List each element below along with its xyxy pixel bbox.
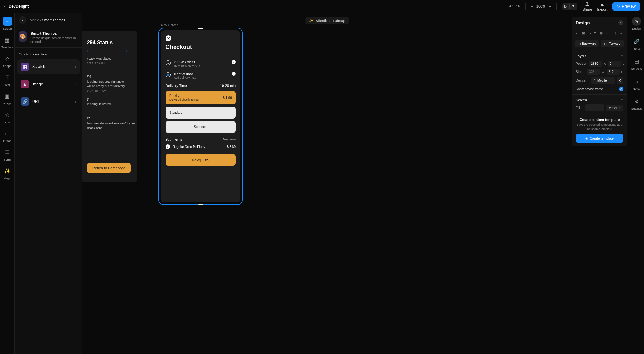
preview-button[interactable]: ▷ Preview [612,2,640,11]
align-center-h-icon[interactable]: ⊟ [581,30,586,36]
tool-form[interactable]: ☰ Form [3,148,12,161]
close-inspector-icon[interactable]: ✕ [618,20,623,25]
undo-icon[interactable]: ↶ [509,4,513,9]
tool-magic[interactable]: ✨ Magic [3,166,12,180]
delivery-option-standard[interactable]: Standard [166,107,236,119]
design-inspector: Design ✕ ⊏ ⊟ ⊐ ⊓ ⊞ ⊔ ⦀ ≡ ▢ B [572,17,627,146]
panel-back-button[interactable]: ‹ [19,16,26,24]
star-icon: ☆ [3,110,12,119]
quantity-badge: 1 [166,144,170,149]
fill-swatch[interactable] [585,104,604,111]
option-subtitle: Delivered directly to you [169,98,199,101]
close-button[interactable]: ✕ [166,35,171,41]
fill-hex-input[interactable]: #212121 [606,105,623,111]
play-toggle[interactable]: ▷ ⟳ [562,3,577,10]
rail-design[interactable]: ✎ Design [632,17,641,30]
section-title-layout: Layout [576,54,586,58]
bring-forward-button[interactable]: ▢ Forward [601,40,624,47]
screen-frame-checkout[interactable]: ✕ Checkout ● 200 W 47th St New York, New… [158,28,243,205]
align-right-icon[interactable]: ⊐ [587,30,592,36]
export-button[interactable]: Export [597,2,608,11]
rail-notes[interactable]: ⌕ Notes [632,77,641,90]
delivery-option-priority[interactable]: Priority Delivered directly to you +$ 1.… [166,91,236,104]
align-left-icon[interactable]: ⊏ [575,30,580,36]
see-menu-link[interactable]: See menu [223,138,236,141]
preview-label: Preview [622,4,636,9]
tool-image[interactable]: ▣ Image [3,92,12,105]
delivery-option-schedule[interactable]: Schedule [166,121,236,133]
topbar: ‹ DevDelight ↶ ↷ − 100% + ▷ ⟳ Share [0,0,644,13]
text-icon: T [3,73,12,82]
show-frame-toggle[interactable]: ✓ [619,87,623,91]
zoom-in-icon[interactable]: + [549,4,551,9]
template-icon: ◈ [585,136,588,140]
share-icon [585,2,590,7]
option-title: Standard [169,111,183,114]
canvas[interactable]: ✨ Attention Heatmap 294 Status #2294 was… [82,13,572,354]
back-chevron-icon[interactable]: ‹ [4,4,5,9]
position-y-input[interactable] [608,61,621,67]
chevron-right-icon: › [75,100,76,103]
device-select[interactable]: ▯ Mobile ⌄ [591,77,615,84]
divider [569,4,570,9]
create-template-button[interactable]: ◈ Create template [576,134,623,143]
next-button[interactable]: Next$ 5.89 [166,154,236,166]
distribute-h-icon[interactable]: ⦀ [613,30,618,36]
collapse-caret-icon[interactable]: ⌃ [621,54,623,58]
location-icon: ● [166,60,171,65]
panel-title: Smart Themes [30,31,78,36]
collapse-caret-icon[interactable]: ⌃ [621,98,623,102]
align-center-v-icon[interactable]: ⊞ [599,30,604,36]
play-icon: ▷ [617,4,620,9]
delivery-time-label: Delivery Time [166,84,187,88]
align-top-icon[interactable]: ⊓ [593,30,598,36]
theme-label: Scratch [32,64,72,69]
share-button[interactable]: Share [582,2,592,11]
mobile-icon: ▯ [594,79,596,82]
size-w-input[interactable] [587,69,600,75]
rotate-device-button[interactable]: ⟲ [617,77,623,84]
tool-text[interactable]: T Text [3,73,12,86]
tool-screen[interactable]: + Screen [3,17,12,30]
rail-settings[interactable]: ⚙ Settings [631,97,642,110]
resize-handle-bottom[interactable] [198,204,203,205]
link-icon: 🔗 [632,37,641,46]
device-value: Mobile [597,79,607,82]
show-frame-label: Show device frame [576,87,603,91]
address-row[interactable]: ● 200 W 47th St New York, New York › [166,60,236,67]
theme-option-image[interactable]: ▲ Image › [17,77,80,92]
meet-row[interactable]: 👤 Meet at door Add delivery note › [166,72,236,79]
person-icon: 👤 [166,72,171,77]
progress-bar [87,50,127,52]
chevron-right-icon: › [75,65,76,69]
tool-label: Magic [3,177,11,180]
tool-icon[interactable]: ☆ Icon [3,110,12,124]
attention-heatmap-chip[interactable]: ✨ Attention Heatmap [305,17,349,24]
send-backward-button[interactable]: ▢ Backward [575,40,599,47]
zoom-out-icon[interactable]: − [531,4,533,9]
position-x-input[interactable] [589,61,602,67]
align-bottom-icon[interactable]: ⊔ [605,30,610,36]
theme-option-scratch[interactable]: ▦ Scratch › [17,59,80,74]
address-main: 200 W 47th St [174,60,200,64]
tool-shape[interactable]: ◇ Shape [3,54,12,68]
rail-interact[interactable]: 🔗 Interact [632,37,641,50]
tool-label: Icon [5,121,10,124]
rail-screens[interactable]: ▤ Screens [631,57,642,70]
redo-icon[interactable]: ↷ [516,4,520,9]
zoom-level: 100% [536,5,545,8]
breadcrumb-parent[interactable]: Magic [30,18,39,22]
size-h-input[interactable] [607,69,620,75]
screen-label[interactable]: New Screen [161,23,178,27]
theme-option-url[interactable]: 🔗 URL › [17,94,80,109]
resize-handle-top[interactable] [198,28,203,29]
tool-template[interactable]: ▦ Template [1,35,13,49]
cart-item-row[interactable]: 1 Regular Oreo McFlurry $ 5.69 [166,144,236,149]
return-home-button[interactable]: Return to Homepage [87,163,131,173]
distribute-v-icon[interactable]: ≡ [619,30,624,36]
status-heading: y [87,97,112,101]
screen-frame-status[interactable]: 294 Status #2294 was placed. 2022, 9:38 … [82,31,137,182]
theme-label: URL [32,99,72,104]
backward-icon: ▢ [578,42,581,45]
tool-button[interactable]: ▭ Button [3,129,12,143]
